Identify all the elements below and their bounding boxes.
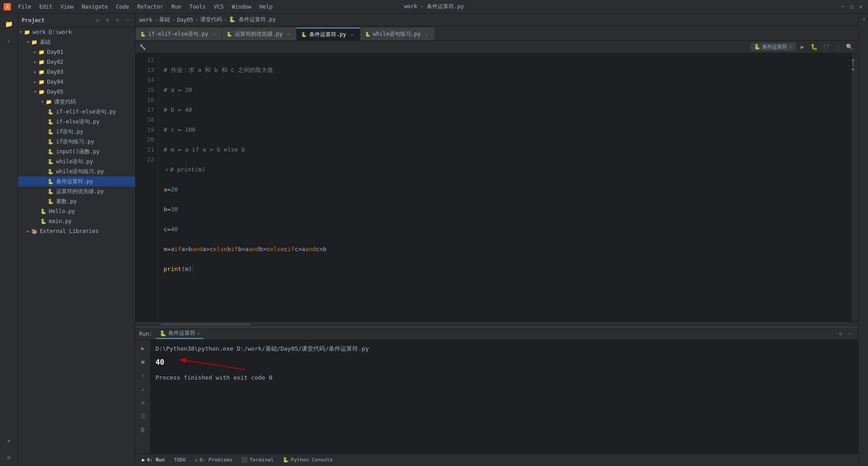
more-run-button[interactable]: ⋮ [833, 42, 843, 52]
menu-code[interactable]: Code [113, 3, 133, 11]
run-tab-close[interactable]: ✕ [197, 331, 200, 336]
tree-item-work[interactable]: ▼ 📁 work D:\work [18, 27, 135, 37]
minimize-button[interactable]: ─ [839, 3, 846, 10]
breadcrumb-sep3: › [195, 17, 198, 23]
tab-yunsuanfu[interactable]: 🐍 运算符的优先级.py ✕ [222, 28, 297, 40]
tree-item-ketang[interactable]: ▼ 📁 课堂代码 [18, 97, 135, 107]
tab-tiaojian[interactable]: 🐍 条件运算符.py ✕ [297, 28, 360, 40]
tab-close-yunsuanfu[interactable]: ✕ [285, 31, 292, 37]
tree-item-day03[interactable]: ▶ 📁 Day03 [18, 67, 135, 77]
tree-item-day02[interactable]: ▶ 📁 Day02 [18, 57, 135, 67]
code-line-14: # b = 40 [164, 105, 846, 115]
scrollbar-area[interactable]: ▲ 1 ▼ [852, 53, 858, 321]
code-line-12: # 作业：求 a 和 b 和 c 之间的取大值 [164, 65, 846, 75]
right-sidebar-structure[interactable]: ≡ [859, 15, 868, 24]
menu-run[interactable]: Run [168, 3, 185, 11]
tree-item-day01[interactable]: ▶ 📁 Day01 [18, 47, 135, 57]
tab-bar: 🐍 if-elif-else语句.py ✕ 🐍 运算符的优先级.py ✕ 🐍 条… [136, 26, 858, 41]
search-button-right[interactable]: 🔍 [844, 42, 854, 52]
code-editor: 12 13 14 15 16 17 18 19 20 21 22 # 作业：求 … [136, 53, 858, 321]
menu-vcs[interactable]: VCS [210, 3, 227, 11]
tree-item-yunsuanfu[interactable]: 🐍 运算符的优先级.py [18, 186, 135, 196]
run-button[interactable]: ▶ [797, 42, 807, 52]
tree-item-while-practice[interactable]: 🐍 while语句练习.py [18, 166, 135, 176]
run-clear[interactable]: 🗑 [137, 423, 149, 436]
debug-button[interactable]: 🐛 [809, 42, 819, 52]
project-tree: ▼ 📁 work D:\work ▼ 📁 基础 ▶ 📁 Day01 [18, 27, 135, 466]
menu-navigate[interactable]: Navigate [78, 3, 112, 11]
menu-refactor[interactable]: Refactor [133, 3, 167, 11]
maximize-button[interactable]: □ [848, 3, 855, 10]
run-stop-button[interactable]: ■ [137, 356, 149, 368]
project-tool-minimize[interactable]: ─ [123, 16, 132, 24]
tab-while[interactable]: 🐍 while语句练习.py ✕ [360, 28, 435, 40]
tree-item-jichuxue[interactable]: ▼ 📁 基础 [18, 37, 135, 47]
tree-item-tiaojian[interactable]: 🐍 条件运算符.py [18, 176, 135, 186]
tree-item-day04[interactable]: ▶ 📁 Day04 [18, 77, 135, 87]
tab-icon-if-elif: 🐍 [140, 32, 146, 37]
bottom-tool-terminal[interactable]: ⬛ Terminal [239, 456, 276, 464]
run-scroll-up[interactable]: ↑ [137, 369, 149, 382]
terminal-label: Terminal [250, 457, 274, 463]
run-panel-minimize[interactable]: ─ [846, 330, 854, 338]
tab-close-while[interactable]: ✕ [424, 31, 430, 37]
run-scroll-down[interactable]: ↓ [137, 383, 149, 395]
horizontal-scrollbar[interactable] [136, 321, 858, 327]
menu-window[interactable]: Window [228, 3, 255, 11]
run-toggle-wrap[interactable]: ≡ [137, 396, 149, 409]
tree-item-external[interactable]: ▶ 📚 External Libraries [18, 226, 135, 236]
sidebar-icon-bottom[interactable]: ≡ [1, 449, 17, 466]
menu-edit[interactable]: Edit [36, 3, 56, 11]
breadcrumb-file[interactable]: 🐍 条件运算符.py [229, 16, 276, 24]
bottom-tool-todo[interactable]: TODO [171, 456, 189, 464]
menu-view[interactable]: View [57, 3, 77, 11]
tab-close-tiaojian[interactable]: ✕ [349, 31, 355, 38]
breadcrumb-work[interactable]: work [139, 17, 152, 23]
project-title: Project [22, 17, 45, 24]
tree-item-if-else[interactable]: 🐍 if-else语句.py [18, 117, 135, 127]
run-tab-tiaojian[interactable]: 🐍 条件运算符 ✕ [156, 328, 203, 339]
title-bar: J File Edit View Navigate Code Refactor … [0, 0, 868, 14]
breadcrumb-ketang[interactable]: 课堂代码 [200, 16, 222, 24]
bottom-tool-python-console[interactable]: 🐍 Python Console [280, 456, 335, 464]
sidebar-icon-project[interactable]: 📁 [1, 16, 17, 32]
breadcrumb-day05[interactable]: Day05 [177, 17, 193, 23]
sidebar-icon-favorites[interactable]: ★ [1, 432, 17, 448]
menu-tools[interactable]: Tools [186, 3, 209, 11]
project-header: Project ◎ ⊞ ⚙ ─ [18, 14, 135, 27]
tree-item-sushu[interactable]: 🐍 素数.py [18, 196, 135, 206]
menu-help[interactable]: Help [256, 3, 276, 11]
run-config[interactable]: 🐍 条件运算符 ▾ [750, 43, 796, 51]
coverage-button[interactable]: 🛡 [821, 42, 831, 52]
breadcrumb-jichuxue[interactable]: 基础 [159, 16, 170, 24]
project-tool-settings[interactable]: ⚙ [113, 16, 122, 24]
close-button[interactable]: ✕ [857, 3, 864, 10]
run-filter[interactable]: ☰ [137, 410, 149, 423]
menu-file[interactable]: File [14, 3, 35, 11]
bottom-tool-run[interactable]: ▶ 4: Run [139, 456, 167, 464]
tree-item-if[interactable]: 🐍 if语句.py [18, 127, 135, 137]
tab-if-elif[interactable]: 🐍 if-elif-else语句.py ✕ [136, 28, 222, 40]
project-tool-expand[interactable]: ⊞ [104, 16, 112, 24]
tree-item-if-practice[interactable]: 🐍 if语句练习.py [18, 137, 135, 147]
run-tab-label: 条件运算符 [168, 329, 195, 337]
fold-icon-17[interactable]: ⊟ [164, 166, 170, 173]
sidebar-icon-structure[interactable]: ⚡ [1, 33, 17, 49]
project-tool-locate[interactable]: ◎ [94, 16, 102, 24]
tree-item-while[interactable]: 🐍 while语句.py [18, 157, 135, 166]
breadcrumb-sep2: › [172, 17, 175, 23]
run-panel-settings[interactable]: ⚙ [836, 330, 844, 338]
code-content[interactable]: # 作业：求 a 和 b 和 c 之间的取大值 # a = 20 # b = 4… [158, 53, 852, 321]
tree-item-day05[interactable]: ▼ 📁 Day05 [18, 87, 135, 97]
bottom-tool-problems[interactable]: ⚠ 6: Problems [192, 456, 235, 464]
tree-item-hello[interactable]: 🐍 Hello.py [18, 206, 135, 216]
run-rerun-button[interactable]: ▶ [137, 342, 149, 355]
tree-item-if-elif[interactable]: 🐍 if-elif-else语句.py [18, 107, 135, 117]
run-output: D:\Python38\python.exe D:/work/基础/Day05/… [150, 340, 858, 453]
tree-item-input[interactable]: 🐍 input()函数.py [18, 147, 135, 157]
tree-item-main[interactable]: 🐍 main.py [18, 216, 135, 226]
run-panel-header: Run: 🐍 条件运算符 ✕ ⚙ ─ [136, 328, 858, 340]
tab-label-tiaojian: 条件运算符.py [309, 31, 346, 38]
problems-label: 6: Problems [200, 457, 233, 463]
tab-close-if-elif[interactable]: ✕ [211, 31, 217, 37]
